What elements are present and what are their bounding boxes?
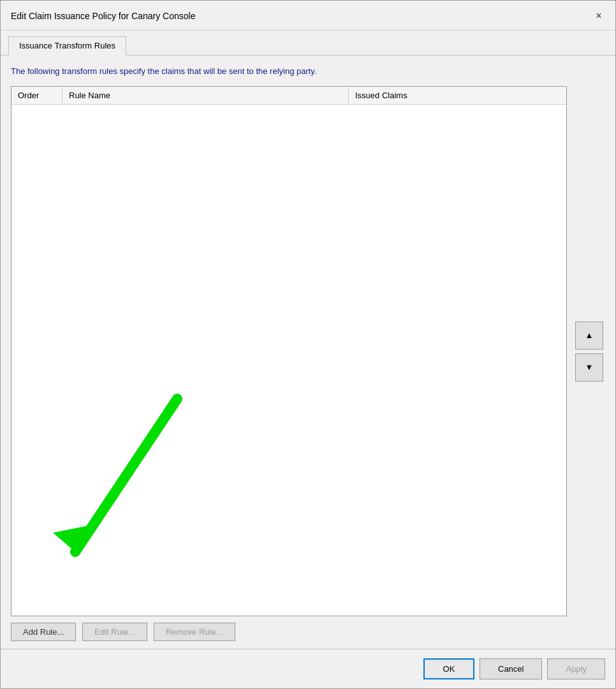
move-up-button[interactable]: ▲ bbox=[575, 322, 603, 350]
up-arrow-icon: ▲ bbox=[585, 330, 594, 340]
title-bar: Edit Claim Issuance Policy for Canary Co… bbox=[1, 1, 615, 31]
tab-content: The following transform rules specify th… bbox=[1, 56, 615, 649]
description-text: The following transform rules specify th… bbox=[11, 66, 605, 77]
move-down-button[interactable]: ▼ bbox=[575, 353, 603, 382]
tab-bar: Issuance Transform Rules bbox=[1, 31, 615, 56]
cancel-button[interactable]: Cancel bbox=[480, 658, 542, 679]
rule-buttons-row: Add Rule... Edit Rule... Remove Rule... bbox=[11, 623, 605, 641]
svg-marker-1 bbox=[53, 523, 101, 552]
column-rule-name: Rule Name bbox=[62, 87, 349, 104]
ok-button[interactable]: OK bbox=[423, 658, 474, 679]
rules-table: Order Rule Name Issued Claims bbox=[11, 86, 567, 616]
edit-rule-button[interactable]: Edit Rule... bbox=[82, 623, 147, 641]
dialog-content: Issuance Transform Rules The following t… bbox=[1, 31, 615, 649]
dialog-window: Edit Claim Issuance Policy for Canary Co… bbox=[0, 0, 616, 689]
column-order: Order bbox=[11, 87, 62, 104]
close-button[interactable]: × bbox=[590, 7, 608, 25]
down-arrow-icon: ▼ bbox=[585, 362, 594, 372]
dialog-footer: OK Cancel Apply bbox=[1, 649, 615, 688]
remove-rule-button[interactable]: Remove Rule... bbox=[154, 623, 235, 641]
tab-issuance-transform-rules[interactable]: Issuance Transform Rules bbox=[8, 36, 126, 56]
column-issued-claims: Issued Claims bbox=[349, 87, 566, 104]
table-header: Order Rule Name Issued Claims bbox=[11, 87, 566, 105]
table-body bbox=[11, 105, 566, 616]
side-controls: ▲ ▼ bbox=[573, 86, 605, 616]
title-bar-text: Edit Claim Issuance Policy for Canary Co… bbox=[11, 11, 195, 21]
table-and-controls: Order Rule Name Issued Claims bbox=[11, 86, 605, 616]
green-arrow-annotation bbox=[50, 392, 216, 596]
apply-button[interactable]: Apply bbox=[547, 658, 605, 679]
add-rule-button[interactable]: Add Rule... bbox=[11, 623, 76, 641]
